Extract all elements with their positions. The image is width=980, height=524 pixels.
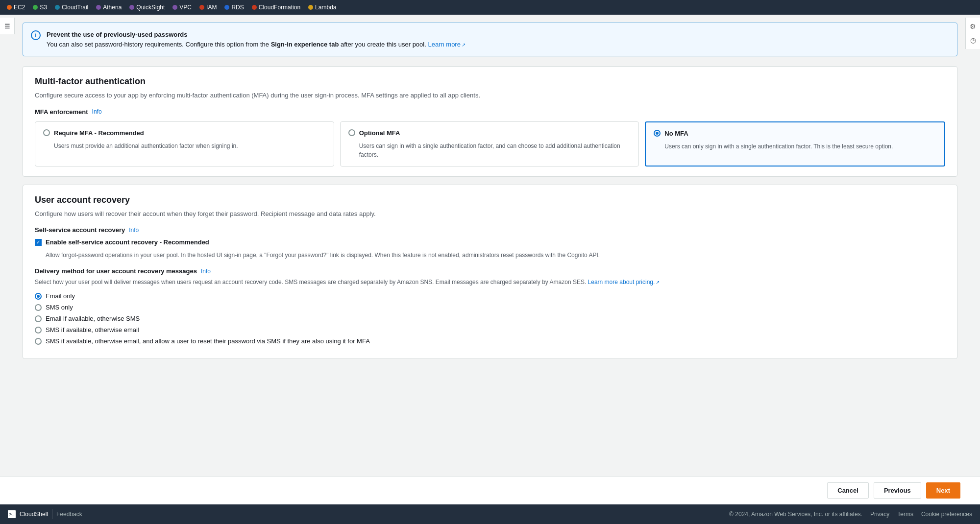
vpc-icon xyxy=(172,5,177,10)
quicksight-label: QuickSight xyxy=(136,4,165,11)
nav-athena[interactable]: Athena xyxy=(93,3,124,12)
mfa-none-title: No MFA xyxy=(664,129,688,138)
delivery-sms-only-radio[interactable] xyxy=(35,304,42,311)
banner-content: Prevent the use of previously-used passw… xyxy=(47,30,466,49)
enable-recovery-checkbox[interactable] xyxy=(35,239,42,246)
right-panel-icons: ⚙ ◷ xyxy=(965,18,980,49)
athena-label: Athena xyxy=(103,4,122,11)
nav-cloudtrail[interactable]: CloudTrail xyxy=(52,3,91,12)
delivery-sms-mfa-radio[interactable] xyxy=(35,338,42,345)
mfa-enforcement-label: MFA enforcement Info xyxy=(35,108,945,116)
athena-icon xyxy=(96,5,101,10)
cloudtrail-icon xyxy=(55,5,60,10)
mfa-require-title: Require MFA - Recommended xyxy=(54,129,144,138)
quicksight-icon xyxy=(129,5,134,10)
nav-s3[interactable]: S3 xyxy=(30,3,50,12)
delivery-method-label: Delivery method for user account recover… xyxy=(35,267,945,275)
banner-desc-bold: Sign-in experience tab xyxy=(271,41,339,48)
ec2-icon xyxy=(7,5,12,10)
clock-icon[interactable]: ◷ xyxy=(968,35,978,45)
delivery-email-only-radio[interactable] xyxy=(35,293,42,300)
delivery-learn-more-link[interactable]: Learn more about pricing.↗ xyxy=(588,279,660,286)
iam-icon xyxy=(199,5,204,10)
delivery-sms-fallback-option[interactable]: SMS if available, otherwise email xyxy=(35,326,945,333)
delivery-email-only-label: Email only xyxy=(46,292,75,300)
mfa-optional-title: Optional MFA xyxy=(359,129,400,138)
footer-action-bar: Cancel Previous Next xyxy=(0,476,980,504)
self-service-info-link[interactable]: Info xyxy=(129,227,139,234)
nav-ec2[interactable]: EC2 xyxy=(4,3,28,12)
enable-recovery-desc: Allow forgot-password operations in your… xyxy=(46,251,945,260)
hamburger-icon: ☰ xyxy=(4,23,10,30)
recovery-section-title: User account recovery xyxy=(35,195,945,205)
nav-cloudformation[interactable]: CloudFormation xyxy=(249,3,303,12)
delivery-sms-only-label: SMS only xyxy=(46,304,73,311)
enable-recovery-row[interactable]: Enable self-service account recovery - R… xyxy=(35,238,945,246)
previous-button[interactable]: Previous xyxy=(874,482,921,499)
mfa-require-radio[interactable] xyxy=(43,129,50,136)
delivery-sms-fallback-radio[interactable] xyxy=(35,327,42,333)
cloudformation-label: CloudFormation xyxy=(259,4,300,11)
enable-recovery-label: Enable self-service account recovery - R… xyxy=(46,238,209,246)
nav-vpc[interactable]: VPC xyxy=(170,3,195,12)
mfa-optional-radio[interactable] xyxy=(348,129,355,136)
mfa-section: Multi-factor authentication Configure se… xyxy=(23,66,957,177)
nav-lambda[interactable]: Lambda xyxy=(305,3,339,12)
cloudtrail-label: CloudTrail xyxy=(62,4,88,11)
learn-more-link[interactable]: Learn more↗ xyxy=(428,41,465,48)
next-button[interactable]: Next xyxy=(926,482,960,499)
delivery-email-fallback-radio[interactable] xyxy=(35,315,42,322)
banner-desc-after: after you create this user pool. xyxy=(339,41,426,48)
rds-label: RDS xyxy=(231,4,244,11)
info-icon: i xyxy=(31,30,41,40)
mfa-none-radio[interactable] xyxy=(654,130,661,137)
delivery-email-only-option[interactable]: Email only xyxy=(35,292,945,300)
delivery-sms-only-option[interactable]: SMS only xyxy=(35,304,945,311)
s3-label: S3 xyxy=(40,4,47,11)
ec2-label: EC2 xyxy=(14,4,25,11)
external-link-icon: ↗ xyxy=(462,42,466,48)
mfa-require-desc: Users must provide an additional authent… xyxy=(54,142,326,150)
mfa-none-desc: Users can only sign in with a single aut… xyxy=(664,142,936,151)
main-content: i Prevent the use of previously-used pas… xyxy=(15,15,965,504)
self-service-label: Self-service account recovery Info xyxy=(35,226,945,234)
recovery-section: User account recovery Configure how user… xyxy=(23,185,957,359)
cancel-button[interactable]: Cancel xyxy=(827,482,869,499)
iam-label: IAM xyxy=(206,4,217,11)
delivery-sms-mfa-option[interactable]: SMS if available, otherwise email, and a… xyxy=(35,337,945,345)
lambda-label: Lambda xyxy=(315,4,336,11)
sidebar-toggle-button[interactable]: ☰ xyxy=(0,18,15,34)
delivery-email-fallback-option[interactable]: Email if available, otherwise SMS xyxy=(35,315,945,322)
delivery-ext-link-icon: ↗ xyxy=(656,280,660,285)
mfa-option-none[interactable]: No MFA Users can only sign in with a sin… xyxy=(645,121,945,167)
top-navbar: EC2 S3 CloudTrail Athena QuickSight VPC … xyxy=(0,0,980,15)
mfa-option-require[interactable]: Require MFA - Recommended Users must pro… xyxy=(35,121,334,167)
vpc-label: VPC xyxy=(179,4,192,11)
delivery-info-link[interactable]: Info xyxy=(201,268,211,275)
nav-rds[interactable]: RDS xyxy=(221,3,246,12)
mfa-info-link[interactable]: Info xyxy=(92,108,102,115)
delivery-email-fallback-label: Email if available, otherwise SMS xyxy=(46,315,140,322)
settings-icon[interactable]: ⚙ xyxy=(968,22,978,31)
delivery-desc: Select how your user pool will deliver m… xyxy=(35,278,945,286)
password-history-banner: i Prevent the use of previously-used pas… xyxy=(23,23,957,56)
s3-icon xyxy=(33,5,38,10)
mfa-section-title: Multi-factor authentication xyxy=(35,76,945,87)
recovery-section-desc: Configure how users will recover their a… xyxy=(35,209,945,219)
rds-icon xyxy=(224,5,229,10)
mfa-section-desc: Configure secure access to your app by e… xyxy=(35,91,945,100)
delivery-sms-mfa-label: SMS if available, otherwise email, and a… xyxy=(46,337,370,345)
nav-quicksight[interactable]: QuickSight xyxy=(126,3,168,12)
mfa-optional-desc: Users can sign in with a single authenti… xyxy=(359,142,631,159)
cloudformation-icon xyxy=(252,5,257,10)
mfa-option-optional[interactable]: Optional MFA Users can sign in with a si… xyxy=(340,121,639,167)
mfa-options-group: Require MFA - Recommended Users must pro… xyxy=(35,121,945,167)
banner-title: Prevent the use of previously-used passw… xyxy=(47,31,188,38)
nav-iam[interactable]: IAM xyxy=(196,3,220,12)
banner-desc-before: You can also set password-history requir… xyxy=(47,41,271,48)
delivery-sms-fallback-label: SMS if available, otherwise email xyxy=(46,326,139,333)
lambda-icon xyxy=(308,5,313,10)
